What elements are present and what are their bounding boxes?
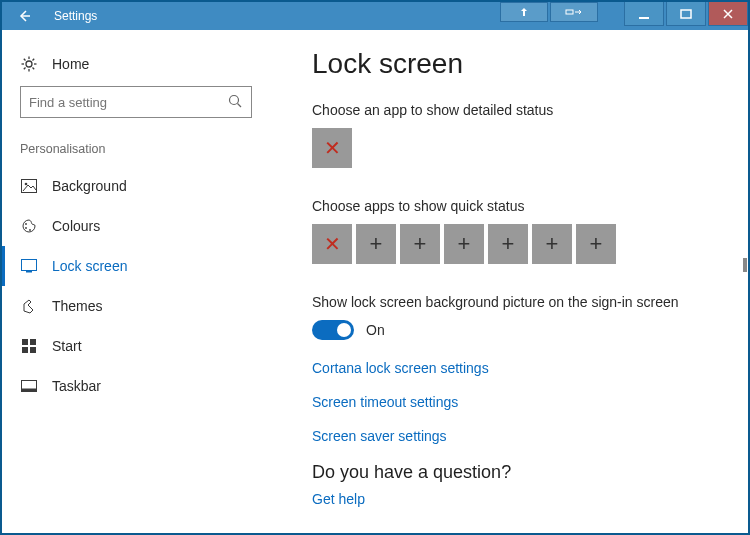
detailed-status-tile[interactable]: ✕ xyxy=(312,128,352,168)
sidebar-item-taskbar[interactable]: Taskbar xyxy=(2,366,270,406)
question-heading: Do you have a question? xyxy=(312,462,722,483)
svg-rect-20 xyxy=(22,260,37,271)
svg-rect-2 xyxy=(639,17,649,19)
get-help-link[interactable]: Get help xyxy=(312,491,722,507)
svg-line-10 xyxy=(33,68,35,70)
quick-status-tile-1[interactable]: ✕ xyxy=(312,224,352,264)
quick-status-tile-5[interactable]: + xyxy=(488,224,528,264)
svg-rect-3 xyxy=(681,10,691,18)
plus-icon: + xyxy=(546,231,559,257)
taskbar-icon xyxy=(20,380,38,392)
search-box[interactable] xyxy=(20,86,252,118)
quick-status-tile-6[interactable]: + xyxy=(532,224,572,264)
svg-point-17 xyxy=(25,223,27,225)
quick-status-row: ✕ + + + + + + xyxy=(312,224,722,264)
sidebar: Home Personalisation Background Colo xyxy=(2,30,270,533)
quick-status-label: Choose apps to show quick status xyxy=(312,198,722,214)
svg-point-16 xyxy=(25,183,28,186)
cortana-link[interactable]: Cortana lock screen settings xyxy=(312,360,722,376)
minimize-button[interactable] xyxy=(624,2,664,26)
content: Lock screen Choose an app to show detail… xyxy=(270,30,748,533)
svg-line-12 xyxy=(24,68,26,70)
sidebar-item-label: Colours xyxy=(38,218,100,234)
sidebar-item-label: Lock screen xyxy=(38,258,127,274)
svg-line-14 xyxy=(238,104,242,108)
svg-line-9 xyxy=(24,59,26,61)
svg-point-4 xyxy=(26,61,32,67)
search-icon xyxy=(227,93,243,109)
svg-rect-22 xyxy=(22,339,28,345)
svg-line-11 xyxy=(33,59,35,61)
svg-rect-21 xyxy=(26,271,32,273)
quick-status-tile-4[interactable]: + xyxy=(444,224,484,264)
maximize-button[interactable] xyxy=(666,2,706,26)
sidebar-item-colours[interactable]: Colours xyxy=(2,206,270,246)
back-button[interactable] xyxy=(2,2,46,30)
svg-rect-23 xyxy=(30,339,36,345)
start-icon xyxy=(20,339,38,353)
timeout-link[interactable]: Screen timeout settings xyxy=(312,394,722,410)
svg-point-18 xyxy=(25,227,27,229)
sidebar-item-label: Taskbar xyxy=(38,378,101,394)
home-button[interactable]: Home xyxy=(2,50,270,86)
plus-icon: + xyxy=(502,231,515,257)
remove-icon: ✕ xyxy=(324,138,341,158)
gear-icon xyxy=(20,56,38,72)
sidebar-item-start[interactable]: Start xyxy=(2,326,270,366)
window-title: Settings xyxy=(46,9,97,23)
svg-rect-24 xyxy=(22,347,28,353)
svg-point-19 xyxy=(29,229,31,231)
palette-icon xyxy=(20,218,38,234)
titlebar-aux-button-1[interactable] xyxy=(500,2,548,22)
sidebar-item-label: Background xyxy=(38,178,127,194)
remove-icon: ✕ xyxy=(324,234,341,254)
plus-icon: + xyxy=(458,231,471,257)
titlebar-middle-group xyxy=(500,2,598,22)
plus-icon: + xyxy=(370,231,383,257)
svg-rect-25 xyxy=(30,347,36,353)
close-button[interactable] xyxy=(708,2,748,26)
svg-rect-0 xyxy=(523,11,525,16)
quick-status-tile-7[interactable]: + xyxy=(576,224,616,264)
quick-status-tile-3[interactable]: + xyxy=(400,224,440,264)
detailed-status-row: ✕ xyxy=(312,128,722,168)
signin-bg-toggle-row: On xyxy=(312,320,722,340)
page-title: Lock screen xyxy=(312,48,722,80)
picture-icon xyxy=(20,179,38,193)
toggle-state: On xyxy=(366,322,385,338)
saver-link[interactable]: Screen saver settings xyxy=(312,428,722,444)
plus-icon: + xyxy=(590,231,603,257)
body: Home Personalisation Background Colo xyxy=(2,30,748,533)
sidebar-item-background[interactable]: Background xyxy=(2,166,270,206)
plus-icon: + xyxy=(414,231,427,257)
scrollbar-thumb[interactable] xyxy=(743,258,747,272)
home-label: Home xyxy=(38,56,89,72)
signin-bg-toggle[interactable] xyxy=(312,320,354,340)
sidebar-item-label: Themes xyxy=(38,298,103,314)
titlebar-right-group xyxy=(622,2,748,26)
titlebar: Settings xyxy=(2,2,748,30)
themes-icon xyxy=(20,298,38,314)
lock-screen-icon xyxy=(20,259,38,273)
sidebar-item-label: Start xyxy=(38,338,82,354)
category-header: Personalisation xyxy=(2,142,270,166)
sidebar-item-lock-screen[interactable]: Lock screen xyxy=(2,246,270,286)
search-input[interactable] xyxy=(21,95,251,110)
svg-point-13 xyxy=(230,96,239,105)
signin-bg-label: Show lock screen background picture on t… xyxy=(312,294,722,310)
sidebar-item-themes[interactable]: Themes xyxy=(2,286,270,326)
quick-status-tile-2[interactable]: + xyxy=(356,224,396,264)
detailed-status-label: Choose an app to show detailed status xyxy=(312,102,722,118)
svg-rect-1 xyxy=(566,10,573,14)
settings-window: Settings xyxy=(0,0,750,535)
svg-rect-27 xyxy=(22,389,37,392)
titlebar-aux-button-2[interactable] xyxy=(550,2,598,22)
